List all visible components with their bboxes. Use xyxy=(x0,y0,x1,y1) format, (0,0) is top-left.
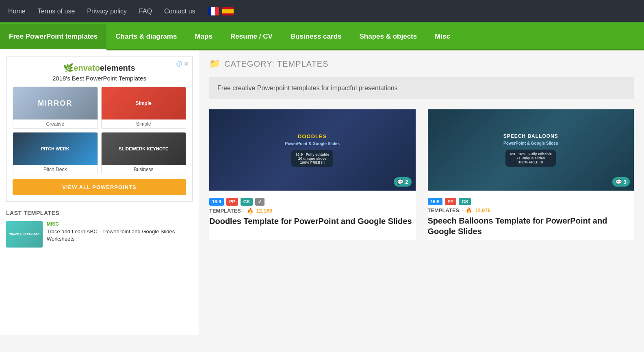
flag-french[interactable] xyxy=(208,7,219,15)
badge-expand: ⤢ xyxy=(255,198,265,206)
nav-charts[interactable]: Charts & diagrams xyxy=(106,24,186,50)
ad-grid: MIRROR Creative Simple Simple PITCH WERK… xyxy=(13,87,186,174)
ad-card-pitch[interactable]: PITCH WERK Pitch Deck xyxy=(13,132,98,174)
doodles-views: 12,169 xyxy=(256,208,272,214)
doodles-category: TEMPLATES xyxy=(209,208,241,214)
top-navigation: Home Terms of use Privacy policy FAQ Con… xyxy=(0,0,644,22)
ad-card-creative[interactable]: MIRROR Creative xyxy=(13,87,98,129)
template-item-category: MISC xyxy=(47,221,193,227)
template-info: MISC Trace and Learn ABC – PowerPoint an… xyxy=(47,221,193,243)
envato-text: envato xyxy=(74,63,100,72)
ad-card-creative-img: MIRROR xyxy=(13,87,98,120)
envato-logo: 🌿envatoelements xyxy=(13,63,186,73)
doodles-comment-badge: 💬 2 xyxy=(394,177,411,187)
ad-card-simple-img: Simple xyxy=(102,87,186,120)
badge-gs: GS xyxy=(241,198,253,206)
speech-fire-icon: 🔥 xyxy=(466,207,472,213)
main-layout: ⓘ ✕ 🌿envatoelements 2018's Best PowerPoi… xyxy=(0,50,644,335)
nav-maps[interactable]: Maps xyxy=(186,24,221,50)
category-label: CATEGORY: TEMPLATES xyxy=(224,59,328,69)
nav-terms[interactable]: Terms of use xyxy=(38,8,75,15)
elements-text: elements xyxy=(100,63,135,72)
speech-badge-ratio: 16:9 xyxy=(428,198,442,205)
doodles-card-image: DOODLES PowerPoint & Google Slides 16:9 … xyxy=(209,109,416,191)
doodles-comment-count: 2 xyxy=(405,179,408,185)
nav-resume[interactable]: Resume / CV xyxy=(221,24,282,50)
description-box: Free creative Powerpoint templates for i… xyxy=(209,77,634,99)
speech-comment-badge: 💬 3 xyxy=(612,177,630,187)
thumb-text: TRACE & LEARN ABC xyxy=(9,233,39,236)
ad-info-button[interactable]: ⓘ xyxy=(176,61,182,68)
doodles-fire-icon: 🔥 xyxy=(247,208,254,214)
last-templates: LAST TEMPLATES TRACE & LEARN ABC MISC Tr… xyxy=(6,210,193,248)
speech-category: TEMPLATES xyxy=(428,207,460,213)
badge-ratio: 16:9 xyxy=(209,198,224,206)
flag-spanish[interactable] xyxy=(222,7,234,15)
ad-card-simple[interactable]: Simple Simple xyxy=(101,87,186,129)
nav-free-ppt[interactable]: Free PowerPoint templates xyxy=(0,24,106,50)
template-thumb: TRACE & LEARN ABC xyxy=(6,221,43,248)
ad-card-creative-label: Creative xyxy=(13,120,98,128)
speech-meta: TEMPLATES · 🔥 12,976 xyxy=(428,207,634,213)
nav-faq[interactable]: FAQ xyxy=(139,8,152,15)
speech-views: 12,976 xyxy=(475,207,491,213)
doodles-title: Doodles Template for PowerPoint and Goog… xyxy=(209,216,416,226)
nav-misc[interactable]: Misc xyxy=(426,24,459,50)
last-templates-title: LAST TEMPLATES xyxy=(6,210,193,216)
ad-card-business-img: SLIDEWERK KEYNOTE xyxy=(102,133,186,165)
ad-controls: ⓘ ✕ xyxy=(176,60,189,68)
ad-card-pitch-label: Pitch Deck xyxy=(13,165,98,174)
main-content: 📁 CATEGORY: TEMPLATES Free creative Powe… xyxy=(199,50,644,335)
speech-comment-count: 3 xyxy=(624,179,627,185)
folder-icon: 📁 xyxy=(209,59,220,69)
doodles-badges: 16:9 PP GS ⤢ xyxy=(209,198,416,206)
template-card-doodles[interactable]: DOODLES PowerPoint & Google Slides 16:9 … xyxy=(209,109,416,240)
ad-card-pitch-img: PITCH WERK xyxy=(13,133,98,165)
view-all-button[interactable]: VIEW ALL POWERPOINTS xyxy=(13,179,186,195)
speech-title: Speech Balloons Template for PowerPoint … xyxy=(428,215,634,237)
speech-badge-pp: PP xyxy=(445,198,457,205)
nav-business-cards[interactable]: Business cards xyxy=(282,24,351,50)
nav-privacy[interactable]: Privacy policy xyxy=(87,8,127,15)
speech-badge-gs: GS xyxy=(459,198,471,205)
speech-card-image: SPEECH BALLOONS PowerPoint & Google Slid… xyxy=(428,109,634,191)
template-item-name: Trace and Learn ABC – PowerPoint and Goo… xyxy=(47,228,193,243)
sidebar: ⓘ ✕ 🌿envatoelements 2018's Best PowerPoi… xyxy=(0,50,199,335)
ad-card-simple-label: Simple xyxy=(102,120,186,128)
doodles-meta: TEMPLATES · 🔥 12,169 xyxy=(209,208,416,214)
template-card-speech[interactable]: SPEECH BALLOONS PowerPoint & Google Slid… xyxy=(428,109,634,240)
ad-close-button[interactable]: ✕ xyxy=(184,60,189,68)
nav-contact[interactable]: Contact us xyxy=(164,8,195,15)
category-header: 📁 CATEGORY: TEMPLATES xyxy=(209,59,634,69)
nav-home[interactable]: Home xyxy=(8,8,26,15)
green-navigation: Free PowerPoint templates Charts & diagr… xyxy=(0,24,644,50)
badge-pp: PP xyxy=(226,198,238,206)
template-grid: DOODLES PowerPoint & Google Slides 16:9 … xyxy=(209,109,634,240)
ad-title: 2018's Best PowerPoint Templates xyxy=(13,75,186,82)
speech-badges: 16:9 PP GS xyxy=(428,198,634,205)
ad-card-business-label: Business xyxy=(102,165,186,174)
green-nav-wrapper: Free PowerPoint templates Charts & diagr… xyxy=(0,22,644,50)
nav-shapes[interactable]: Shapes & objects xyxy=(351,24,426,50)
ad-box: ⓘ ✕ 🌿envatoelements 2018's Best PowerPoi… xyxy=(6,56,193,202)
last-template-item[interactable]: TRACE & LEARN ABC MISC Trace and Learn A… xyxy=(6,221,193,248)
ad-card-business[interactable]: SLIDEWERK KEYNOTE Business xyxy=(101,132,186,174)
